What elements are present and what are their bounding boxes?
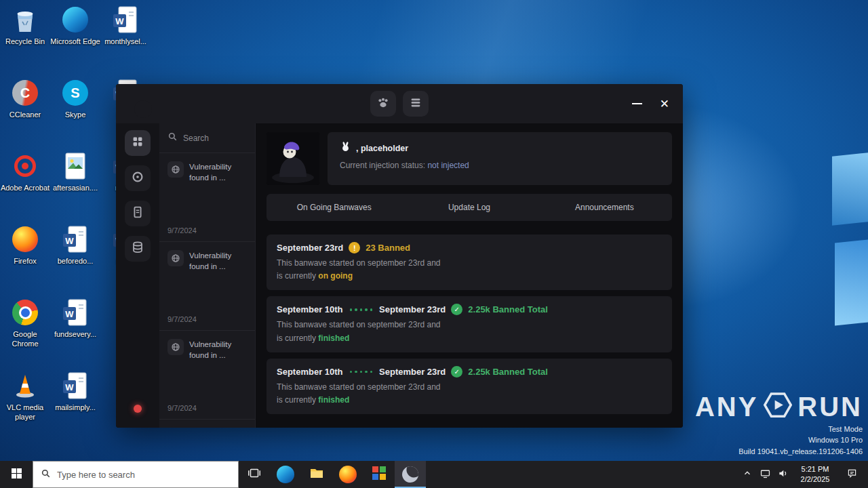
title-paw-button[interactable] [370, 91, 396, 117]
desktop-icon-recycle-bin[interactable]: Recycle Bin [0, 4, 50, 77]
edge-icon [60, 4, 91, 35]
edge-icon [277, 466, 294, 483]
taskbar-firefox-button[interactable] [332, 461, 363, 488]
network-tray-button[interactable] [756, 461, 774, 488]
window-titlebar[interactable]: ✕ [116, 84, 683, 123]
file-explorer-icon [309, 465, 325, 484]
desktop-icon-mailsimply-doc[interactable]: W mailsimply... [50, 370, 100, 443]
notification-date: 9/7/2024 [167, 315, 248, 323]
notification-date: 9/7/2024 [167, 404, 248, 412]
desktop-icon-vlc[interactable]: VLC media player [0, 370, 50, 443]
moon-app-icon [400, 464, 420, 484]
clock-time: 5:21 PM [794, 464, 836, 474]
desktop-icon-label: fundsevery... [54, 330, 96, 340]
svg-text:W: W [65, 382, 74, 392]
desktop-icon-firefox[interactable]: Firefox [0, 224, 50, 297]
taskbar-search-box[interactable] [33, 461, 239, 488]
desktop-icon-skype[interactable]: S Skype [50, 77, 100, 150]
title-layers-button[interactable] [403, 91, 429, 117]
taskbar-file-explorer-button[interactable] [301, 461, 332, 488]
desktop-icon-label: beforedo... [58, 257, 94, 266]
desktop-icon-google-chrome[interactable]: Google Chrome [0, 297, 50, 370]
banwave-status-prefix: is currently [277, 395, 318, 405]
word-doc-icon: W [60, 370, 91, 401]
notification-title: Vulnerability found in ... [189, 339, 248, 361]
panel-search[interactable] [159, 123, 255, 153]
desktop-icon-label: Firefox [14, 257, 37, 266]
desktop-icon-ccleaner[interactable]: C CCleaner [0, 77, 50, 150]
tab-ongoing-banwaves[interactable]: On Going Banwaves [267, 203, 401, 212]
taskbar-moon-app-button[interactable] [395, 461, 426, 488]
watermark-os: Windows 10 Pro [695, 434, 863, 446]
desktop: Recycle Bin C CCleaner Adobe Acrobat Fir… [0, 0, 868, 488]
warning-icon [349, 242, 360, 253]
globe-icon [167, 250, 184, 266]
tabs-bar: On Going Banwaves Update Log Announcemen… [267, 194, 672, 221]
paw-icon [376, 95, 391, 113]
search-input[interactable] [183, 134, 237, 143]
taskbar-edge-button[interactable] [270, 461, 301, 488]
globe-icon [167, 161, 184, 178]
volume-icon [777, 468, 789, 482]
firefox-icon [339, 466, 357, 483]
taskbar-colorful-app-button[interactable] [363, 461, 395, 488]
desktop-icon-label: Skype [65, 110, 86, 120]
tab-update-log[interactable]: Update Log [401, 203, 536, 212]
anyrun-brand-any: ANY [695, 393, 758, 420]
minimize-icon [632, 103, 642, 104]
disc-icon [130, 169, 145, 187]
desktop-icon-adobe-acrobat[interactable]: Adobe Acrobat [0, 150, 50, 224]
notification-item[interactable]: Vulnerability found in ... 9/7/2024 [159, 331, 255, 420]
banwave-badge: 23 Banned [366, 243, 410, 253]
minimize-button[interactable] [632, 103, 642, 104]
banwave-date-start: September 10th [277, 367, 343, 377]
network-icon [760, 468, 771, 482]
status-label: Current injection status: [340, 161, 427, 170]
desktop-icon-monthlysel-doc[interactable]: W monthlysel... [100, 4, 151, 77]
rail-script-button[interactable] [125, 201, 151, 226]
vlc-icon [9, 370, 41, 401]
hidden-icons-button[interactable] [738, 461, 756, 488]
word-doc-icon: W [60, 297, 91, 328]
svg-text:W: W [115, 16, 124, 26]
banwave-status-prefix: is currently [277, 333, 318, 343]
rail-dashboard-button[interactable] [125, 130, 151, 156]
banwave-badge: 2.25k Banned Total [468, 367, 548, 377]
main-content: , placeholder Current injection status: … [256, 123, 683, 428]
volume-tray-button[interactable] [774, 461, 791, 488]
search-icon [167, 131, 178, 144]
word-doc-icon: W [110, 4, 141, 35]
progress-dots [350, 371, 373, 373]
close-button[interactable]: ✕ [660, 98, 669, 110]
avatar [267, 132, 319, 185]
rail-disc-button[interactable] [125, 165, 151, 191]
desktop-icon-aftersasian-file[interactable]: aftersasian.... [50, 150, 100, 224]
anyrun-hexagon-play-icon [764, 392, 792, 422]
windows-logo-icon [12, 468, 22, 481]
desktop-icon-microsoft-edge[interactable]: Microsoft Edge [50, 4, 100, 77]
desktop-icon-label: Adobe Acrobat [1, 184, 50, 193]
taskbar-search-input[interactable] [57, 470, 213, 480]
search-icon [41, 468, 51, 481]
tab-announcements[interactable]: Announcements [537, 203, 672, 212]
desktop-icon-beforedo-doc[interactable]: W beforedo... [50, 224, 100, 297]
banwave-date-end: September 23rd [379, 304, 446, 314]
banwave-date-start: September 23rd [277, 243, 343, 253]
notification-item[interactable]: Vulnerability found in ... 9/7/2024 [159, 242, 255, 331]
task-view-button[interactable] [239, 461, 270, 488]
rail-database-button[interactable] [125, 236, 151, 262]
banwave-status-prefix: is currently [277, 271, 318, 281]
banwave-status: finished [318, 395, 349, 405]
banwave-description: This banwave started on september 23rd a… [277, 381, 662, 394]
notification-item[interactable]: Vulnerability found in ... 9/7/2024 [159, 153, 255, 242]
record-dot-button[interactable] [134, 405, 142, 413]
taskbar-clock[interactable]: 5:21 PM 2/2/2025 [791, 464, 839, 485]
banwave-list: September 23rd 23 Banned This banwave st… [267, 235, 672, 414]
desktop-icon-fundsevery-doc[interactable]: W fundsevery... [50, 297, 100, 370]
notification-title: Vulnerability found in ... [189, 161, 248, 183]
svg-text:W: W [65, 236, 74, 246]
action-center-button[interactable] [839, 468, 865, 482]
start-button[interactable] [0, 461, 33, 488]
banwave-description: This banwave started on september 23rd a… [277, 319, 662, 331]
status-value: not injected [427, 161, 469, 170]
